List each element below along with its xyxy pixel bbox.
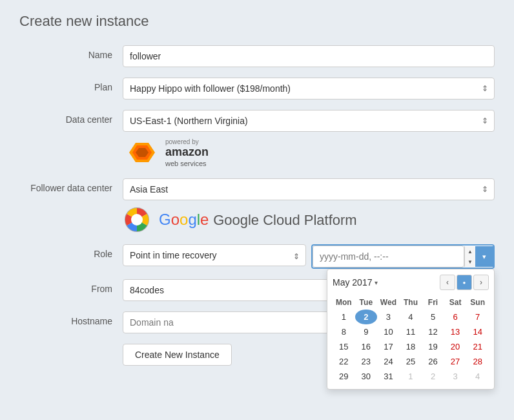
datetime-input[interactable] — [313, 246, 464, 268]
aws-amazon: amazon — [165, 146, 209, 159]
datetime-spinner: ▲ ▼ — [464, 246, 475, 267]
plan-select[interactable]: Happy Hippo with follower ($198/month) — [123, 78, 495, 100]
gcp-logo: Google Google Cloud Platform — [123, 205, 495, 234]
calendar-day[interactable]: 20 — [444, 339, 467, 354]
calendar-day[interactable]: 5 — [422, 310, 444, 324]
role-select[interactable]: Point in time recovery — [123, 244, 306, 266]
calendar-day[interactable]: 4 — [466, 369, 489, 384]
calendar-day[interactable]: 3 — [377, 310, 400, 324]
aws-logo: powered by amazon web services — [123, 137, 495, 168]
calendar-day[interactable]: 29 — [333, 369, 355, 384]
calendar-toggle-button[interactable]: ▾ — [475, 246, 493, 267]
calendar-dropdown: May 2017 ▾ ‹ ● › — [327, 269, 495, 390]
follower-datacenter-label: Follower data center — [19, 178, 123, 193]
calendar-day[interactable]: 12 — [422, 324, 444, 339]
calendar-next-button[interactable]: › — [473, 275, 489, 290]
calendar-day[interactable]: 26 — [422, 354, 444, 369]
name-row: Name — [19, 45, 495, 67]
calendar-day[interactable]: 31 — [377, 369, 400, 384]
calendar-day[interactable]: 30 — [355, 369, 378, 384]
calendar-day[interactable]: 28 — [466, 354, 489, 369]
plan-row: Plan Happy Hippo with follower ($198/mon… — [19, 78, 495, 100]
calendar-prev-button[interactable]: ‹ — [440, 275, 455, 290]
follower-datacenter-select[interactable]: Asia East — [123, 178, 495, 200]
calendar-day[interactable]: 14 — [466, 324, 489, 339]
calendar-day[interactable]: 24 — [377, 354, 400, 369]
datacenter-select[interactable]: US-East-1 (Northern Virginia) — [123, 110, 495, 132]
datacenter-label: Data center — [19, 110, 123, 125]
calendar-day[interactable]: 4 — [400, 310, 422, 324]
follower-datacenter-row: Follower data center Asia East ⇕ — [19, 178, 495, 234]
calendar-day[interactable]: 19 — [422, 339, 444, 354]
create-instance-form: Name Plan Happy Hippo with follower ($19… — [19, 45, 495, 366]
calendar-day[interactable]: 17 — [377, 339, 400, 354]
day-header-tue: Tue — [355, 295, 378, 310]
calendar-day[interactable]: 1 — [333, 310, 355, 324]
aws-icon — [123, 140, 161, 165]
hostname-label: Hostname — [19, 311, 123, 326]
calendar-day[interactable]: 1 — [400, 369, 422, 384]
calendar-day[interactable]: 15 — [333, 339, 355, 354]
calendar-day[interactable]: 25 — [400, 354, 422, 369]
name-label: Name — [19, 45, 123, 60]
calendar-day[interactable]: 16 — [355, 339, 378, 354]
calendar-day[interactable]: 23 — [355, 354, 378, 369]
svg-point-4 — [131, 214, 143, 226]
calendar-day[interactable]: 10 — [377, 324, 400, 339]
calendar-day[interactable]: 6 — [444, 310, 467, 324]
calendar-day[interactable]: 27 — [444, 354, 467, 369]
day-header-thu: Thu — [400, 295, 422, 310]
day-header-wed: Wed — [377, 295, 400, 310]
month-dropdown-icon: ▾ — [375, 279, 378, 286]
page-title: Create new instance — [19, 13, 495, 30]
datacenter-row: Data center US-East-1 (Northern Virginia… — [19, 110, 495, 168]
aws-powered-by: powered by — [165, 138, 199, 145]
calendar-today-button[interactable]: ● — [457, 275, 472, 290]
gcp-text: Google Google Cloud Platform — [159, 211, 357, 229]
day-header-fri: Fri — [422, 295, 444, 310]
calendar-day[interactable]: 13 — [444, 324, 467, 339]
calendar-grid: Mon Tue Wed Thu Fri Sat Sun 123 — [333, 295, 489, 384]
datetime-input-row: ▲ ▼ ▾ — [311, 244, 495, 269]
calendar-day[interactable]: 18 — [400, 339, 422, 354]
calendar-day[interactable]: 9 — [355, 324, 378, 339]
calendar-month: May 2017 ▾ — [333, 277, 378, 288]
day-header-mon: Mon — [333, 295, 355, 310]
plan-label: Plan — [19, 78, 123, 92]
calendar-header: May 2017 ▾ ‹ ● › — [333, 275, 489, 290]
day-header-sun: Sun — [466, 295, 489, 310]
calendar-day[interactable]: 11 — [400, 324, 422, 339]
create-instance-button[interactable]: Create New Instance — [123, 344, 232, 366]
from-label: From — [19, 279, 123, 294]
calendar-day[interactable]: 22 — [333, 354, 355, 369]
role-row: Role Point in time recovery ⇕ ▲ ▼ — [19, 244, 495, 269]
datetime-wrap: ▲ ▼ ▾ May 2017 ▾ ‹ — [311, 244, 495, 269]
spinner-down-button[interactable]: ▼ — [465, 257, 475, 267]
name-input[interactable] — [123, 45, 495, 67]
calendar-day[interactable]: 7 — [466, 310, 489, 324]
calendar-day[interactable]: 3 — [444, 369, 467, 384]
calendar-day[interactable]: 2 — [355, 310, 378, 324]
spinner-up-button[interactable]: ▲ — [465, 246, 475, 257]
calendar-day[interactable]: 8 — [333, 324, 355, 339]
calendar-day[interactable]: 21 — [466, 339, 489, 354]
aws-webservices: web services — [165, 160, 207, 167]
day-header-sat: Sat — [444, 295, 467, 310]
role-label: Role — [19, 244, 123, 259]
gcp-icon — [123, 205, 151, 234]
calendar-day[interactable]: 2 — [422, 369, 444, 384]
